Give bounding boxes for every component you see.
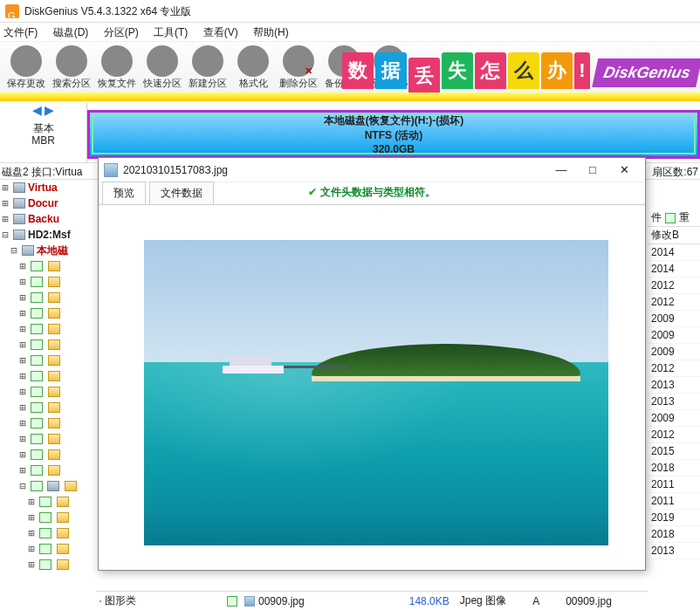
checkbox-icon[interactable]	[31, 324, 43, 334]
list-item[interactable]: 2009	[648, 311, 700, 327]
folder-icon	[48, 418, 60, 428]
tree-folder-item[interactable]: ⊞	[0, 274, 96, 290]
promo-banner[interactable]: 数 据 丢 失 怎 么 办 ! DiskGenius	[341, 42, 700, 93]
tool-format[interactable]: 格式化	[230, 44, 276, 90]
close-button[interactable]: ✕	[608, 160, 640, 181]
list-item[interactable]: 2018	[648, 526, 700, 543]
file-row[interactable]: 图形类 00909.jpg 148.0KB Jpeg 图像 A 00909.jp…	[96, 591, 648, 610]
checkbox-icon[interactable]	[31, 339, 43, 350]
tree-folder-item[interactable]: ⊞	[0, 447, 96, 463]
image-file-icon	[104, 163, 118, 177]
preview-titlebar[interactable]: 20210310151708З.jpg — □ ✕	[99, 158, 645, 182]
list-item[interactable]: 2013	[648, 394, 700, 410]
checkbox-icon[interactable]	[31, 261, 43, 271]
menu-view[interactable]: 查看(V)	[203, 26, 238, 38]
checkbox-icon[interactable]	[39, 528, 51, 538]
folder-icon	[48, 387, 60, 397]
tree-folder-item[interactable]: ⊞	[0, 337, 96, 353]
disk-type: 基本 MBR	[0, 120, 86, 147]
list-item[interactable]: 2018	[648, 460, 700, 476]
list-item[interactable]: 2009	[648, 327, 700, 344]
tool-new[interactable]: 新建分区	[185, 44, 230, 90]
tree-folder-item[interactable]: ⊞	[0, 305, 96, 321]
checkbox-icon[interactable]	[31, 449, 43, 460]
partition-bar[interactable]: 本地磁盘(恢复文件)(H:)-(损坏) NTFS (活动) 320.0GB	[87, 110, 700, 159]
menu-file[interactable]: 文件(F)	[3, 26, 38, 38]
list-item[interactable]: 2012	[648, 360, 700, 377]
tree-folder-item[interactable]: ⊞	[0, 510, 96, 525]
tree-folder-item[interactable]: ⊞	[0, 525, 96, 541]
checkbox-icon[interactable]	[31, 292, 43, 303]
folder-icon	[57, 528, 69, 538]
tree-folder-item[interactable]: ⊞	[0, 384, 96, 400]
drive-icon	[47, 481, 59, 491]
tree-folder-item[interactable]: ⊞	[0, 400, 96, 415]
directory-tree[interactable]: ⊞Virtua ⊞Docur ⊞Backu ⊟HD2:Msf ⊟本地磁 ⊞⊞⊞⊞…	[0, 180, 96, 610]
tree-folder-item[interactable]: ⊟	[0, 478, 96, 494]
tool-delete[interactable]: 删除分区	[276, 44, 321, 90]
checkbox-icon[interactable]	[31, 465, 43, 476]
list-item[interactable]: 2011	[648, 476, 700, 493]
folder-icon	[65, 481, 77, 491]
tree-folder-item[interactable]: ⊞	[0, 321, 96, 337]
column-headers[interactable]: 件 重	[648, 209, 700, 227]
nav-arrows[interactable]: ◀ ▶	[0, 103, 86, 120]
header-match-msg: 文件头数据与类型相符。	[99, 185, 645, 200]
menu-partition[interactable]: 分区(P)	[104, 26, 139, 38]
list-item[interactable]: 2009	[648, 344, 700, 360]
tree-folder-item[interactable]: ⊞	[0, 494, 96, 510]
menu-help[interactable]: 帮助(H)	[253, 26, 289, 38]
list-item[interactable]: 2019	[648, 510, 700, 526]
tree-folder-item[interactable]: ⊞	[0, 353, 96, 368]
checkbox-icon[interactable]	[665, 213, 676, 223]
checkbox-icon[interactable]	[39, 512, 51, 523]
checkbox-icon[interactable]	[31, 355, 43, 366]
list-item[interactable]: 2013	[648, 543, 700, 559]
tool-save[interactable]: 保存更改	[3, 44, 49, 90]
checkbox-icon[interactable]	[31, 308, 43, 319]
folder-icon	[48, 277, 60, 287]
tree-folder-item[interactable]: ⊞	[0, 290, 96, 305]
tool-search[interactable]: 搜索分区	[49, 44, 94, 90]
checkbox-icon[interactable]	[227, 596, 237, 607]
checkbox-icon[interactable]	[39, 559, 51, 570]
checkbox-icon[interactable]	[31, 418, 43, 428]
checkbox-icon[interactable]	[31, 402, 43, 413]
checkbox-icon[interactable]	[39, 497, 51, 507]
tool-recover[interactable]: 恢复文件	[94, 44, 140, 90]
list-item[interactable]: 2009	[648, 410, 700, 427]
list-item[interactable]: 2015	[648, 443, 700, 460]
tree-folder-item[interactable]: ⊞	[0, 431, 96, 447]
tree-folder-item[interactable]: ⊞	[0, 368, 96, 384]
search-icon	[56, 45, 87, 77]
list-item[interactable]: 2014	[648, 244, 700, 261]
list-item[interactable]: 2013	[648, 377, 700, 394]
menu-disk[interactable]: 磁盘(D)	[53, 26, 89, 38]
tree-folder-item[interactable]: ⊞	[0, 557, 96, 572]
drive-icon	[13, 214, 25, 224]
folder-icon	[57, 497, 69, 507]
minimize-button[interactable]: —	[546, 160, 577, 181]
drive-icon	[13, 182, 25, 193]
checkbox-icon[interactable]	[31, 481, 43, 491]
list-item[interactable]: 2012	[648, 278, 700, 294]
list-item[interactable]: 2014	[648, 261, 700, 278]
tree-folder-item[interactable]: ⊞	[0, 415, 96, 431]
checkbox-icon[interactable]	[31, 387, 43, 397]
tree-folder-item[interactable]: ⊞	[0, 463, 96, 478]
menu-tools[interactable]: 工具(T)	[154, 26, 188, 38]
checkbox-icon[interactable]	[31, 434, 43, 444]
maximize-button[interactable]: □	[577, 160, 608, 181]
strip-bar	[0, 93, 700, 101]
list-item[interactable]: 2012	[648, 427, 700, 443]
tool-quick[interactable]: 快速分区	[140, 44, 185, 90]
folder-icon	[48, 292, 60, 303]
checkbox-icon[interactable]	[39, 544, 51, 554]
list-item[interactable]: 2011	[648, 493, 700, 510]
tree-folder-item[interactable]: ⊞	[0, 541, 96, 557]
tree-folder-item[interactable]: ⊞	[0, 258, 96, 274]
list-item[interactable]: 2012	[648, 294, 700, 311]
checkbox-icon[interactable]	[31, 371, 43, 381]
column-modified[interactable]: 修改B	[648, 227, 700, 244]
checkbox-icon[interactable]	[31, 277, 43, 287]
